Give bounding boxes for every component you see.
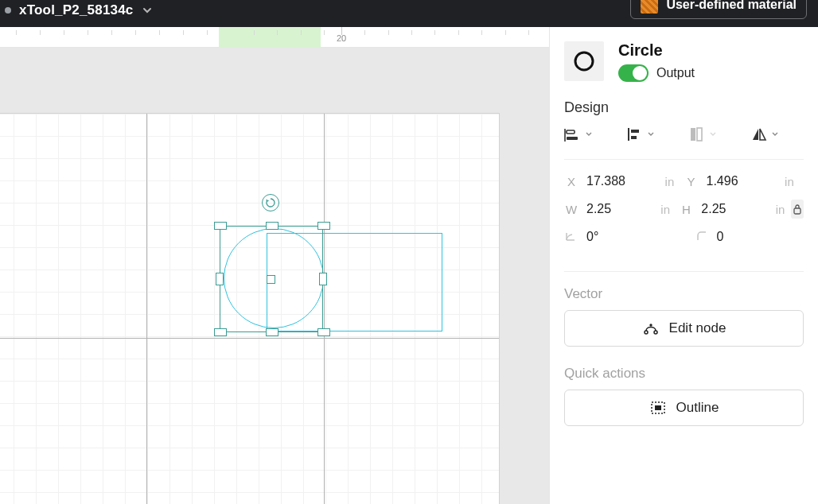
svg-rect-6	[631, 136, 637, 139]
distribute-button[interactable]	[564, 126, 593, 143]
unit-label: in	[665, 175, 684, 188]
ruler-selection-highlight	[219, 27, 321, 48]
svg-rect-1	[567, 130, 575, 134]
object-type-icon	[564, 41, 604, 81]
design-section-title: Design	[564, 99, 804, 116]
resize-handle-sw[interactable]	[214, 328, 227, 336]
svg-rect-2	[567, 137, 578, 140]
unsaved-indicator-icon	[5, 7, 11, 14]
edit-node-icon	[642, 320, 660, 336]
lock-icon	[793, 204, 802, 215]
chevron-down-icon	[709, 130, 717, 138]
corner-radius-input[interactable]: 0	[717, 230, 724, 244]
guide-horizontal	[0, 338, 499, 339]
edit-node-label: Edit node	[669, 320, 726, 336]
object-header: Circle Output	[564, 41, 804, 82]
y-label: Y	[684, 175, 699, 188]
artboard[interactable]	[0, 113, 500, 504]
chevron-down-icon	[771, 130, 779, 138]
quick-actions-title: Quick actions	[564, 366, 804, 382]
svg-rect-14	[655, 405, 661, 410]
resize-handle-nw[interactable]	[214, 222, 227, 230]
file-name: xTool_P2_58134c	[19, 2, 134, 18]
rotation-icon	[564, 231, 578, 244]
w-input[interactable]: 2.25	[586, 202, 611, 216]
output-toggle[interactable]	[618, 64, 649, 82]
rotation-input[interactable]: 0°	[586, 230, 598, 244]
x-input[interactable]: 17.388	[586, 174, 625, 188]
output-label: Output	[656, 66, 695, 80]
svg-rect-8	[697, 128, 702, 141]
outline-icon	[649, 400, 667, 416]
material-button[interactable]: User-defined material	[630, 0, 807, 19]
resize-handle-s[interactable]	[266, 328, 279, 336]
unit-label: in	[785, 175, 804, 188]
svg-point-0	[575, 52, 593, 70]
ruler-horizontal: 20	[0, 27, 549, 48]
resize-handle-ne[interactable]	[317, 222, 330, 230]
canvas-viewport[interactable]	[0, 48, 549, 504]
resize-handle-e[interactable]	[319, 273, 327, 285]
lock-aspect-toggle[interactable]	[791, 200, 804, 219]
resize-handle-w[interactable]	[216, 273, 224, 285]
svg-point-11	[654, 331, 657, 334]
svg-rect-5	[631, 130, 639, 133]
resize-handle-se[interactable]	[317, 328, 330, 336]
align-button[interactable]	[626, 126, 655, 143]
resize-handle-n[interactable]	[266, 222, 279, 230]
corner-radius-icon	[695, 231, 709, 244]
svg-point-12	[649, 324, 652, 326]
h-input[interactable]: 2.25	[701, 202, 726, 216]
x-label: X	[564, 175, 578, 188]
unit-label: in	[660, 203, 679, 216]
guide-vertical	[146, 114, 147, 504]
y-input[interactable]: 1.496	[707, 174, 738, 188]
chevron-down-icon	[647, 130, 655, 138]
flip-button[interactable]	[750, 126, 779, 143]
selection-center[interactable]	[267, 275, 275, 284]
chevron-down-icon	[142, 5, 153, 16]
svg-rect-9	[794, 208, 800, 214]
chevron-down-icon	[585, 130, 593, 138]
file-picker[interactable]: xTool_P2_58134c	[3, 2, 153, 18]
outline-label: Outline	[676, 400, 719, 416]
svg-point-10	[645, 331, 648, 334]
transform-inputs: X 17.388 in Y 1.496 in W 2.25 in H 2.25 …	[564, 174, 804, 272]
properties-panel: Circle Output Design X	[549, 27, 818, 504]
material-label: User-defined material	[666, 0, 797, 12]
rotation-handle-icon[interactable]	[262, 194, 279, 211]
outline-button[interactable]: Outline	[564, 390, 804, 426]
edit-node-button[interactable]: Edit node	[564, 310, 804, 347]
h-label: H	[679, 203, 693, 216]
alignment-tools	[564, 126, 804, 160]
vector-section-title: Vector	[564, 286, 804, 302]
object-type-label: Circle	[618, 41, 695, 60]
svg-rect-7	[691, 128, 695, 141]
topbar: xTool_P2_58134c User-defined material	[0, 0, 818, 27]
material-swatch-icon	[641, 0, 658, 14]
arrange-button	[688, 126, 717, 143]
w-label: W	[564, 203, 578, 216]
